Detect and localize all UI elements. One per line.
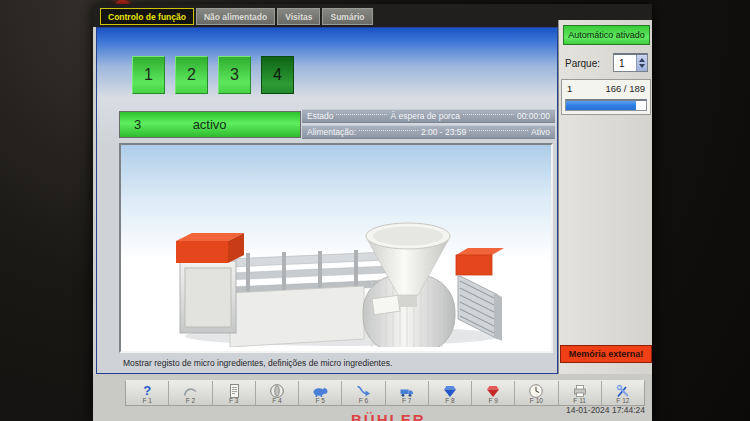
fkey-label: F 9 (488, 398, 497, 404)
parque-spinner-buttons[interactable] (636, 55, 647, 71)
main-window: 1 2 3 4 3 activo Estado À espera de porc… (96, 27, 558, 374)
machine-image-panel (119, 143, 553, 353)
parque-spinbox[interactable]: 1 (613, 53, 648, 72)
parque-label: Parque: (565, 58, 600, 69)
bottom-strip: ? F 1 F 2 F 3 F 4 (93, 374, 652, 421)
fkey-label: F 3 (229, 398, 238, 404)
status-row-alimentacao: Alimentação: 2:00 - 23:59 Ativo (302, 125, 555, 139)
line-button-1[interactable]: 1 (132, 56, 165, 94)
fkey-f4[interactable]: F 4 (256, 381, 299, 405)
right-sidebar: Automático ativado Parque: 1 1 166 / 189… (558, 20, 652, 378)
counter-value: 166 / 189 (605, 83, 645, 94)
status-row-estado: Estado À espera de porca 00:00:00 (302, 109, 555, 123)
tab-bar: Controlo de função Não alimentado Visita… (100, 8, 373, 25)
active-line-state: activo (141, 117, 278, 132)
status-label: Estado (307, 111, 333, 121)
pig-icon (312, 383, 328, 398)
report-icon (226, 383, 242, 398)
tab-controlo-de-funcao[interactable]: Controlo de função (100, 8, 194, 25)
fkey-label: F 12 (616, 398, 629, 404)
fkey-f6[interactable]: F 6 (342, 381, 385, 405)
datetime-display: 14-01-2024 17:44:24 (533, 405, 645, 415)
active-line-indicator: 3 activo (119, 111, 301, 138)
tab-visitas[interactable]: Visitas (277, 8, 320, 25)
fkey-label: F 2 (186, 398, 195, 404)
fkey-label: F 6 (359, 398, 368, 404)
red-diamond-icon (485, 383, 501, 398)
line-button-4[interactable]: 4 (261, 56, 294, 94)
status-time: 00:00:00 (517, 111, 550, 121)
dotted-leader (463, 114, 514, 115)
fkey-f1[interactable]: ? F 1 (126, 381, 169, 405)
help-icon: ? (143, 383, 151, 398)
fkey-f5[interactable]: F 5 (299, 381, 342, 405)
monitor-photo: { "window": { "tabs": [ { "label": "Cont… (0, 0, 750, 421)
parque-progress-fill (566, 101, 636, 110)
branch-arrow-icon (355, 383, 371, 398)
fkey-label: F 4 (272, 398, 281, 404)
fkey-f8[interactable]: F 8 (429, 381, 472, 405)
fkey-label: F 7 (402, 398, 411, 404)
dotted-leader (359, 130, 418, 131)
parque-progress-track (565, 99, 647, 111)
fkey-label: F 11 (573, 398, 586, 404)
brand-logo: BÜHLER (351, 411, 426, 421)
printer-icon (572, 383, 588, 398)
line-button-row: 1 2 3 4 (132, 56, 294, 94)
fkey-label: F 8 (445, 398, 454, 404)
tools-icon (615, 383, 631, 398)
status-state: Ativo (531, 127, 550, 137)
fkey-f3[interactable]: F 3 (213, 381, 256, 405)
fkey-f2[interactable]: F 2 (169, 381, 212, 405)
line-button-3[interactable]: 3 (218, 56, 251, 94)
automatic-mode-button[interactable]: Automático ativado (563, 25, 650, 45)
fkey-f11[interactable]: F 11 (559, 381, 602, 405)
fkey-f9[interactable]: F 9 (472, 381, 515, 405)
screen: Controlo de função Não alimentado Visita… (93, 4, 652, 421)
parque-value: 1 (614, 55, 636, 71)
tab-sumario[interactable]: Sumário (322, 8, 372, 25)
blue-diamond-icon (442, 383, 458, 398)
fkey-f12[interactable]: F 12 (602, 381, 644, 405)
fkey-f10[interactable]: F 10 (515, 381, 558, 405)
caption-text: Mostrar registo de micro ingredientes, d… (123, 358, 392, 368)
parque-counter-box: 1 166 / 189 (561, 79, 651, 115)
fkey-label: F 5 (315, 398, 324, 404)
status-panel: Estado À espera de porca 00:00:00 Alimen… (302, 109, 555, 141)
fkey-label: F 1 (142, 398, 151, 404)
clock-icon (528, 383, 544, 398)
machine-illustration (133, 189, 543, 347)
status-label: Alimentação: (307, 127, 356, 137)
external-memory-button[interactable]: Memória externa! (560, 345, 652, 363)
status-value: 2:00 - 23:59 (421, 127, 466, 137)
active-line-number: 3 (134, 117, 141, 132)
status-value: À espera de porca (390, 111, 459, 121)
fkey-f7[interactable]: F 7 (386, 381, 429, 405)
fkey-label: F 10 (530, 398, 543, 404)
spinner-up-icon (639, 58, 645, 62)
spinner-down-icon (639, 64, 645, 68)
dotted-leader (336, 114, 387, 115)
transport-icon (399, 383, 415, 398)
line-button-2[interactable]: 2 (175, 56, 208, 94)
function-key-bar: ? F 1 F 2 F 3 F 4 (125, 380, 645, 406)
silo-valve-icon (269, 383, 285, 398)
dotted-leader (469, 130, 528, 131)
curve-icon (182, 383, 198, 398)
tab-nao-alimentado[interactable]: Não alimentado (196, 8, 275, 25)
counter-index: 1 (567, 83, 572, 94)
